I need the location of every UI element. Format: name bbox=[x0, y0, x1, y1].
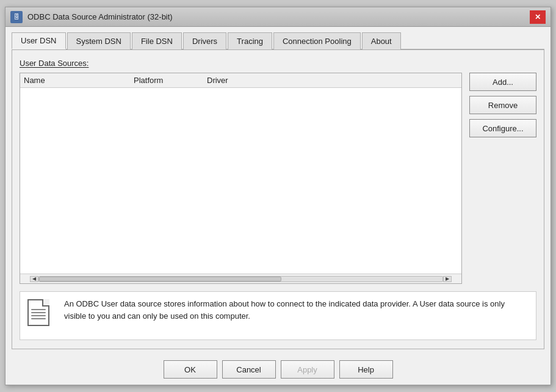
tab-about[interactable]: About bbox=[362, 32, 401, 49]
doc-line-2 bbox=[31, 312, 46, 313]
info-box: An ODBC User data source stores informat… bbox=[20, 291, 536, 340]
configure-button[interactable]: Configure... bbox=[469, 119, 536, 137]
col-header-name: Name bbox=[24, 76, 134, 85]
content-area: User DSN System DSN File DSN Drivers Tra… bbox=[5, 27, 551, 354]
tab-content: User Data Sources: Name Platform Driver … bbox=[12, 50, 544, 349]
col-header-platform: Platform bbox=[134, 76, 207, 85]
tab-bar: User DSN System DSN File DSN Drivers Tra… bbox=[12, 32, 544, 50]
bottom-bar: OK Cancel Apply Help bbox=[5, 354, 551, 385]
doc-lines bbox=[31, 309, 46, 321]
main-panel: Name Platform Driver ◀ ▶ bbox=[20, 73, 536, 284]
tab-file-dsn[interactable]: File DSN bbox=[132, 32, 182, 49]
cancel-button[interactable]: Cancel bbox=[222, 360, 276, 379]
scroll-left-arrow[interactable]: ◀ bbox=[30, 276, 38, 282]
tab-tracing[interactable]: Tracing bbox=[228, 32, 272, 49]
table-header: Name Platform Driver bbox=[20, 73, 461, 88]
tab-user-dsn[interactable]: User DSN bbox=[12, 32, 66, 49]
scrollbar-track[interactable] bbox=[38, 276, 443, 282]
tab-connection-pooling[interactable]: Connection Pooling bbox=[273, 32, 361, 49]
remove-button[interactable]: Remove bbox=[469, 96, 536, 114]
title-bar-left: 🗄 ODBC Data Source Administrator (32-bit… bbox=[10, 11, 173, 23]
add-button[interactable]: Add... bbox=[469, 73, 536, 91]
horizontal-scrollbar[interactable]: ◀ ▶ bbox=[20, 274, 461, 283]
side-buttons: Add... Remove Configure... bbox=[469, 73, 536, 284]
ok-button[interactable]: OK bbox=[164, 360, 217, 379]
title-bar: 🗄 ODBC Data Source Administrator (32-bit… bbox=[5, 7, 551, 27]
info-text: An ODBC User data source stores informat… bbox=[64, 298, 529, 322]
scrollbar-thumb[interactable] bbox=[39, 277, 281, 281]
main-window: 🗄 ODBC Data Source Administrator (32-bit… bbox=[5, 7, 551, 385]
tab-drivers[interactable]: Drivers bbox=[183, 32, 226, 49]
tab-system-dsn[interactable]: System DSN bbox=[67, 32, 131, 49]
close-button[interactable]: ✕ bbox=[530, 10, 546, 24]
apply-button[interactable]: Apply bbox=[281, 360, 334, 379]
doc-line-1 bbox=[31, 309, 46, 310]
document-icon bbox=[27, 299, 49, 326]
window-title: ODBC Data Source Administrator (32-bit) bbox=[27, 12, 173, 21]
table-body[interactable] bbox=[20, 88, 461, 274]
doc-line-4 bbox=[31, 318, 46, 319]
help-button[interactable]: Help bbox=[339, 360, 393, 379]
scroll-right-arrow[interactable]: ▶ bbox=[443, 276, 452, 282]
doc-line-3 bbox=[31, 315, 46, 316]
section-label: User Data Sources: bbox=[20, 59, 536, 68]
info-icon bbox=[27, 298, 57, 327]
data-table: Name Platform Driver ◀ ▶ bbox=[20, 73, 462, 284]
col-header-driver: Driver bbox=[207, 76, 458, 85]
app-icon: 🗄 bbox=[10, 11, 23, 23]
